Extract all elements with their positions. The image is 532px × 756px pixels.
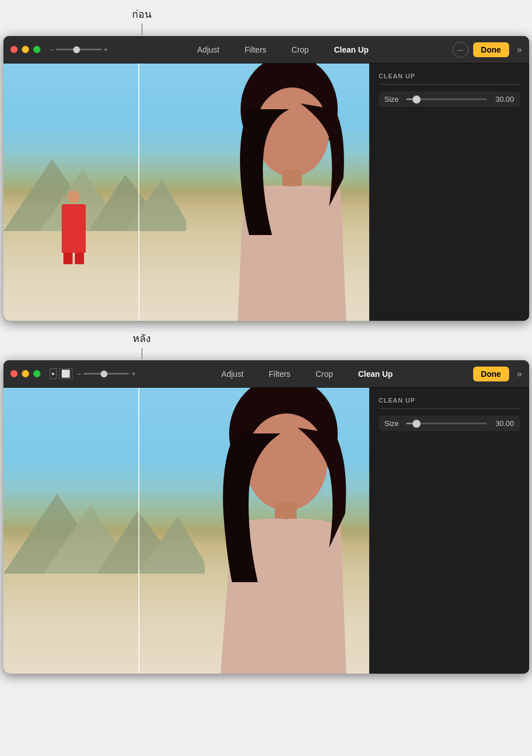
- panel-divider-before: [379, 84, 520, 85]
- done-button-before[interactable]: Done: [473, 42, 509, 57]
- traffic-lights-after: [10, 370, 41, 377]
- size-slider-thumb-before[interactable]: [413, 96, 421, 104]
- after-connector: หลัง: [6, 330, 146, 359]
- zoom-plus-after[interactable]: +: [131, 370, 135, 378]
- nav-tabs-after: Adjust Filters Crop Clean Up: [146, 366, 468, 382]
- before-connector-line: [142, 23, 142, 35]
- minimize-button[interactable]: [22, 46, 29, 53]
- side-panel-before: CLEAN UP Size 30.00: [369, 63, 529, 321]
- zoom-slider-thumb-before[interactable]: [73, 46, 80, 53]
- before-connector: ก่อน: [6, 6, 146, 35]
- tab-cleanup-after[interactable]: Clean Up: [346, 366, 406, 382]
- size-label-after: Size: [385, 419, 402, 428]
- photo-canvas-before: [3, 63, 369, 321]
- before-label-row: ก่อน: [3, 6, 529, 35]
- close-button[interactable]: [10, 46, 18, 53]
- after-connector-line: [142, 348, 142, 359]
- size-value-after: 30.00: [491, 419, 514, 428]
- leg-right: [75, 253, 84, 264]
- panel-title-before: CLEAN UP: [379, 73, 520, 79]
- app-wrapper: ก่อน − + Adjust Filters Crop: [0, 0, 532, 685]
- panel-divider-after: [379, 408, 520, 409]
- red-person-legs: [62, 253, 86, 264]
- window-before: − + Adjust Filters Crop Clean Up ··· Don…: [3, 36, 529, 321]
- expand-button-after[interactable]: »: [517, 369, 522, 379]
- size-row-before: Size 30.00: [379, 91, 520, 107]
- before-label: ก่อน: [132, 6, 151, 22]
- zoom-plus-before[interactable]: +: [104, 46, 108, 54]
- svg-point-12: [245, 413, 327, 511]
- tab-adjust-before[interactable]: Adjust: [185, 42, 232, 58]
- close-button-after[interactable]: [10, 370, 18, 377]
- maximize-button[interactable]: [33, 46, 41, 53]
- zoom-minus-after[interactable]: −: [77, 370, 81, 378]
- tab-crop-after[interactable]: Crop: [303, 366, 345, 382]
- size-slider-thumb-after[interactable]: [413, 420, 421, 428]
- zoom-minus-before[interactable]: −: [50, 46, 54, 54]
- more-button-before[interactable]: ···: [453, 42, 469, 58]
- red-person: [62, 190, 86, 264]
- tab-adjust-after[interactable]: Adjust: [209, 366, 256, 382]
- titlebar-before: − + Adjust Filters Crop Clean Up ··· Don…: [3, 36, 529, 63]
- size-slider-after[interactable]: [406, 423, 487, 424]
- after-label-row: หลัง: [3, 330, 529, 359]
- zoom-slider-thumb-after[interactable]: [101, 371, 107, 377]
- size-slider-before[interactable]: [406, 98, 487, 100]
- nav-tabs-before: Adjust Filters Crop Clean Up: [118, 42, 448, 58]
- side-panel-after: CLEAN UP Size 30.00: [369, 388, 529, 674]
- view-compare-icon[interactable]: ⬜: [59, 368, 73, 379]
- after-label: หลัง: [133, 330, 151, 347]
- split-line-before: [138, 63, 139, 321]
- panel-title-after: CLEAN UP: [379, 397, 520, 404]
- zoom-control-after: − +: [77, 370, 135, 378]
- window-after: ▪ ⬜ − + Adjust Filters Crop Clean Up Don…: [3, 360, 529, 674]
- view-toggle-after: ▪ ⬜: [50, 368, 73, 379]
- tab-filters-before[interactable]: Filters: [232, 42, 279, 58]
- zoom-slider-track-before[interactable]: [56, 49, 102, 50]
- minimize-button-after[interactable]: [22, 370, 29, 377]
- expand-button-before[interactable]: »: [517, 45, 522, 55]
- size-value-before: 30.00: [491, 95, 514, 104]
- zoom-control-before: − +: [50, 46, 108, 54]
- woman-figure-after: [113, 388, 369, 674]
- traffic-lights-before: [10, 46, 41, 53]
- photo-canvas-after: [3, 388, 369, 674]
- woman-figure-before: [131, 63, 369, 321]
- tab-filters-after[interactable]: Filters: [256, 366, 303, 382]
- image-area-before: [3, 63, 369, 321]
- size-row-after: Size 30.00: [379, 416, 520, 431]
- tab-cleanup-before[interactable]: Clean Up: [321, 42, 381, 58]
- leg-left: [63, 253, 73, 264]
- content-area-before: CLEAN UP Size 30.00: [3, 63, 529, 321]
- titlebar-after: ▪ ⬜ − + Adjust Filters Crop Clean Up Don…: [3, 360, 529, 388]
- red-person-body: [62, 204, 86, 253]
- red-person-head: [67, 190, 80, 203]
- done-button-after[interactable]: Done: [473, 367, 509, 381]
- size-label-before: Size: [385, 95, 402, 104]
- maximize-button-after[interactable]: [33, 370, 41, 377]
- content-area-after: CLEAN UP Size 30.00: [3, 388, 529, 674]
- image-area-after: [3, 388, 369, 674]
- view-single-icon[interactable]: ▪: [50, 368, 57, 379]
- zoom-slider-track-after[interactable]: [83, 373, 129, 375]
- split-line-after: [138, 388, 139, 674]
- tab-crop-before[interactable]: Crop: [279, 42, 321, 58]
